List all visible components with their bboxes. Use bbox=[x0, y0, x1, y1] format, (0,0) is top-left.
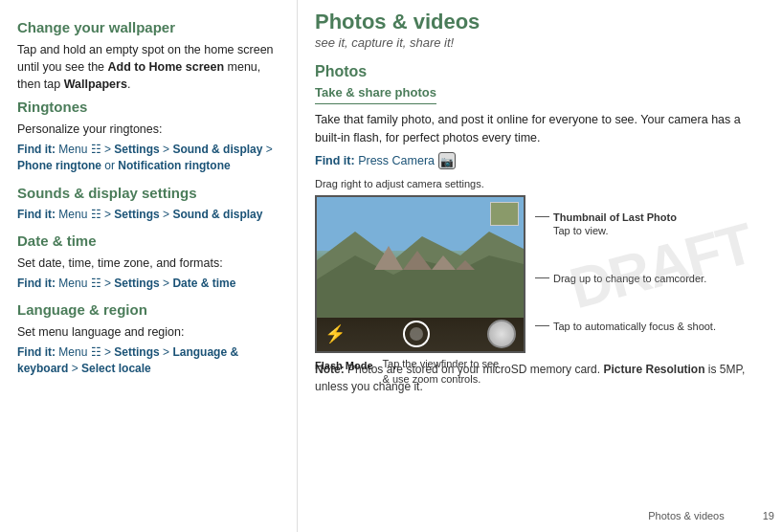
annotation-text-3: Tap to automatically focus & shoot. bbox=[553, 320, 716, 333]
flash-label: Flash Mode bbox=[315, 360, 373, 371]
camera-image-container: ⚡ Flash Mode Tap the viewfind bbox=[315, 195, 525, 353]
drag-label: Drag right to adjust camera settings. bbox=[315, 177, 525, 190]
page-subtitle: see it, capture it, share it! bbox=[315, 34, 765, 53]
page-title: Photos & videos bbox=[315, 10, 765, 34]
annotation-line-3 bbox=[535, 325, 549, 326]
photos-findit: Find it: Press Camera 📷 bbox=[315, 152, 765, 170]
annotation-text-1: Thumbnail of Last Photo Tap to view. bbox=[553, 211, 677, 238]
viewfinder-inner bbox=[410, 327, 423, 341]
language-body: Set menu language and region: bbox=[17, 323, 278, 341]
section-language: Language & region Set menu language and … bbox=[17, 299, 278, 378]
sounds-title: Sounds & display settings bbox=[17, 183, 278, 204]
left-column: Change your wallpaper Tap and hold an em… bbox=[0, 0, 297, 532]
annotation-text-2: Drag up to change to camcorder. bbox=[553, 272, 706, 285]
annotation-shoot: Tap to automatically focus & shoot. bbox=[535, 320, 716, 333]
ringtones-body: Personalize your ringtones: bbox=[17, 121, 278, 138]
section-ringtones: Ringtones Personalize your ringtones: Fi… bbox=[17, 97, 278, 175]
annotation-camcorder: Drag up to change to camcorder. bbox=[535, 272, 716, 285]
section-wallpaper: Change your wallpaper Tap and hold an em… bbox=[17, 17, 278, 93]
camera-annotations: Thumbnail of Last Photo Tap to view. Dra… bbox=[535, 177, 716, 352]
datetime-title: Date & time bbox=[17, 231, 278, 252]
datetime-body: Set date, time, time zone, and formats: bbox=[17, 255, 278, 272]
camera-image: ⚡ bbox=[315, 195, 525, 353]
right-column: Photos & videos see it, capture it, shar… bbox=[297, 0, 782, 532]
camera-bottom-labels: Flash Mode Tap the viewfinder to see & u… bbox=[315, 357, 525, 388]
camera-diagram: Drag right to adjust camera settings. bbox=[315, 177, 765, 352]
language-title: Language & region bbox=[17, 299, 278, 321]
ringtones-findit: Find it: Menu ☷ > Settings > Sound & dis… bbox=[17, 142, 278, 175]
page-footer: Photos & videos 19 bbox=[648, 509, 774, 524]
annotation-thumbnail: Thumbnail of Last Photo Tap to view. bbox=[535, 211, 716, 238]
flash-icon: ⚡ bbox=[324, 321, 346, 346]
photos-body: Take that family photo, and post it onli… bbox=[315, 111, 765, 147]
annotation-line-1 bbox=[535, 216, 549, 217]
photos-heading: Photos bbox=[315, 60, 765, 82]
take-share-subheading: Take & share photos bbox=[315, 84, 436, 104]
shutter-button[interactable] bbox=[487, 320, 516, 348]
section-datetime: Date & time Set date, time, time zone, a… bbox=[17, 231, 278, 292]
sounds-findit: Find it: Menu ☷ > Settings > Sound & dis… bbox=[17, 207, 278, 223]
annotation-line-2 bbox=[535, 277, 549, 278]
wallpaper-title: Change your wallpaper bbox=[17, 17, 278, 38]
flash-label-block: Flash Mode bbox=[315, 357, 373, 388]
footer-right: 19 bbox=[763, 509, 774, 524]
footer-left: Photos & videos bbox=[648, 509, 725, 524]
section-sounds: Sounds & display settings Find it: Menu … bbox=[17, 183, 278, 223]
wallpaper-body: Tap and hold an empty spot on the home s… bbox=[17, 41, 278, 93]
camera-bottom-bar: ⚡ bbox=[317, 318, 524, 351]
language-findit: Find it: Menu ☷ > Settings > Language & … bbox=[17, 344, 278, 378]
thumbnail-preview bbox=[490, 202, 519, 226]
viewfinder-label: Tap the viewfinder to see & use zoom con… bbox=[383, 357, 507, 388]
take-share-subheading-wrapper: Take & share photos bbox=[315, 84, 765, 107]
ringtones-title: Ringtones bbox=[17, 97, 278, 118]
viewfinder-icon bbox=[403, 321, 430, 347]
datetime-findit: Find it: Menu ☷ > Settings > Date & time bbox=[17, 276, 278, 292]
